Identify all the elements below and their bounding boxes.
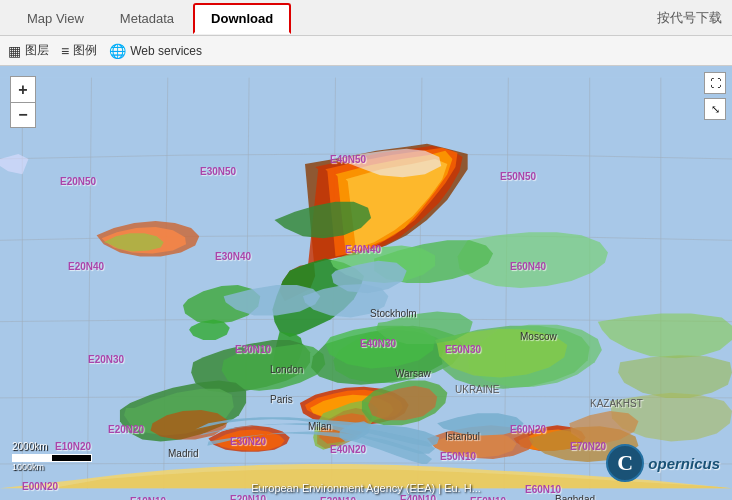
grid-label-e20n40: E20N40 <box>68 261 104 272</box>
copernicus-circle-icon: C <box>606 444 644 482</box>
grid-label-e40n10: E40N10 <box>400 494 436 500</box>
webservices-icon: 🌐 <box>109 43 126 59</box>
grid-label-e30n40: E30N40 <box>215 251 251 262</box>
city-label-paris: Paris <box>270 394 293 405</box>
legend-button[interactable]: ≡ 图例 <box>61 42 97 59</box>
fullscreen-button[interactable]: ⛶ <box>704 72 726 94</box>
tab-metadata[interactable]: Metadata <box>103 4 191 33</box>
map-attribution: European Environment Agency (EEA) | Eu. … <box>0 482 732 494</box>
zoom-in-button[interactable]: + <box>10 76 36 102</box>
map-toolbar: ▦ 图层 ≡ 图例 🌐 Web services <box>0 36 732 66</box>
grid-label-e40n40: E40N40 <box>345 244 381 255</box>
copernicus-text: opernicus <box>648 455 720 472</box>
grid-label-e10n10: E10N10 <box>130 496 166 500</box>
grid-label-e40n30: E40N30 <box>360 338 396 349</box>
city-label-baghdad: Baghdad <box>555 494 595 500</box>
country-label-kazakhstan: KAZAKHST <box>590 398 643 409</box>
grid-label-e50n20: E50N10 <box>440 451 476 462</box>
grid-label-e40n50: E40N50 <box>330 154 366 165</box>
zoom-controls: + − <box>10 76 36 128</box>
layers-icon: ▦ <box>8 43 21 59</box>
city-label-london: London <box>270 364 303 375</box>
chinese-download-link[interactable]: 按代号下载 <box>657 9 722 27</box>
grid-label-e50n50: E50N50 <box>500 171 536 182</box>
scale-bar: 2000km 1000km <box>12 441 92 472</box>
tab-map-view[interactable]: Map View <box>10 4 101 33</box>
map-container: E20N50E30N50E40N50E50N50E20N40E30N40E40N… <box>0 66 732 500</box>
layers-button[interactable]: ▦ 图层 <box>8 42 49 59</box>
grid-label-e30n10: E30N10 <box>320 496 356 500</box>
expand-button[interactable]: ⤡ <box>704 98 726 120</box>
scale-2000-label: 2000km <box>12 441 92 452</box>
city-label-warsaw: Warsaw <box>395 368 431 379</box>
grid-label-e40n20: E40N20 <box>330 444 366 455</box>
grid-label-e30n30: E30N10 <box>235 344 271 355</box>
city-label-stockholm: Stockholm <box>370 308 417 319</box>
grid-label-e20n50: E20N50 <box>60 176 96 187</box>
grid-label-e60n20: E60N20 <box>510 424 546 435</box>
grid-label-e30n20: E30N20 <box>230 436 266 447</box>
grid-label-e70n20: E70N20 <box>570 441 606 452</box>
grid-label-e50n10: E50N10 <box>470 496 506 500</box>
grid-label-e20n10: E20N10 <box>230 494 266 500</box>
grid-label-e60n40: E60N40 <box>510 261 546 272</box>
grid-label-e20n20: E20N20 <box>108 424 144 435</box>
tab-bar: Map View Metadata Download 按代号下载 <box>0 0 732 36</box>
city-label-moscow: Moscow <box>520 331 557 342</box>
scale-1000-label: 1000km <box>12 462 92 472</box>
copernicus-logo: C opernicus <box>606 444 720 482</box>
zoom-out-button[interactable]: − <box>10 102 36 128</box>
grid-label-e30n50: E30N50 <box>200 166 236 177</box>
city-label-istanbul: Istanbul <box>445 431 480 442</box>
tab-download[interactable]: Download <box>193 3 291 34</box>
webservices-button[interactable]: 🌐 Web services <box>109 43 202 59</box>
city-label-madrid: Madrid <box>168 448 199 459</box>
grid-label-e20n30: E20N30 <box>88 354 124 365</box>
country-label-ukraine: UKRAINE <box>455 384 499 395</box>
city-label-milan: Milan <box>308 421 332 432</box>
legend-icon: ≡ <box>61 43 69 59</box>
grid-label-e50n30: E50N30 <box>445 344 481 355</box>
